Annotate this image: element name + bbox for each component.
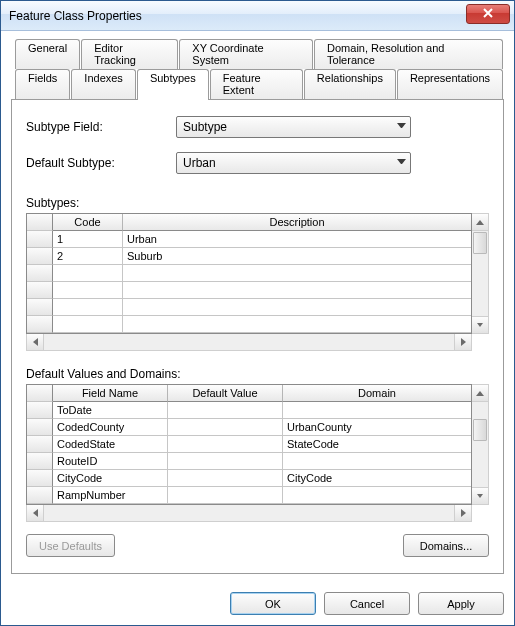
default-subtype-dropdown[interactable]: Urban [176,152,411,174]
cell-domain[interactable]: UrbanCounty [283,419,471,436]
dvd-grid-body: ToDate CodedCounty UrbanCounty [27,402,471,504]
subtypes-horizontal-scrollbar[interactable] [26,334,472,351]
cell-default-value[interactable] [168,436,283,453]
cell-code[interactable]: 2 [53,248,123,265]
scroll-up-arrow[interactable] [472,214,488,231]
cell-code[interactable] [53,299,123,316]
cell-description[interactable] [123,299,471,316]
table-row[interactable]: RampNumber [27,487,471,504]
row-handle[interactable] [27,419,53,436]
scroll-down-arrow[interactable] [472,487,488,504]
cell-default-value[interactable] [168,470,283,487]
scroll-right-arrow[interactable] [454,334,471,350]
scroll-track[interactable] [44,334,454,350]
dvd-horizontal-scrollbar[interactable] [26,505,472,522]
title-bar[interactable]: Feature Class Properties [1,1,514,31]
domains-button[interactable]: Domains... [403,534,489,557]
row-handle[interactable] [27,299,53,316]
row-handle[interactable] [27,487,53,504]
scroll-down-arrow[interactable] [472,316,488,333]
tab-subtypes[interactable]: Subtypes [137,69,209,100]
tab-general[interactable]: General [15,39,80,69]
cell-domain[interactable] [283,487,471,504]
cell-field-name[interactable]: CodedCounty [53,419,168,436]
cell-field-name[interactable]: RampNumber [53,487,168,504]
cell-description[interactable]: Suburb [123,248,471,265]
apply-button[interactable]: Apply [418,592,504,615]
cancel-button[interactable]: Cancel [324,592,410,615]
cell-description[interactable] [123,316,471,333]
row-handle[interactable] [27,316,53,333]
scroll-thumb[interactable] [473,419,487,441]
cell-code[interactable] [53,265,123,282]
row-handle[interactable] [27,282,53,299]
table-row[interactable]: 2 Suburb [27,248,471,265]
row-handle[interactable] [27,265,53,282]
tab-fields[interactable]: Fields [15,69,70,99]
row-handle[interactable] [27,402,53,419]
scroll-up-arrow[interactable] [472,385,488,402]
dvd-grid[interactable]: Field Name Default Value Domain ToDate [26,384,472,505]
arrow-up-icon [476,220,484,225]
table-row[interactable] [27,265,471,282]
col-header-description[interactable]: Description [123,214,471,231]
col-header-code[interactable]: Code [53,214,123,231]
cell-default-value[interactable] [168,419,283,436]
cell-field-name[interactable]: ToDate [53,402,168,419]
tab-domain-resolution-tolerance[interactable]: Domain, Resolution and Tolerance [314,39,503,69]
row-handle[interactable] [27,248,53,265]
row-handle[interactable] [27,470,53,487]
scroll-right-arrow[interactable] [454,505,471,521]
table-row[interactable]: CityCode CityCode [27,470,471,487]
cell-domain[interactable]: CityCode [283,470,471,487]
scroll-left-arrow[interactable] [27,334,44,350]
tab-xy-coordinate-system[interactable]: XY Coordinate System [179,39,313,69]
cell-field-name[interactable]: CodedState [53,436,168,453]
tab-indexes[interactable]: Indexes [71,69,136,99]
row-handle[interactable] [27,231,53,248]
tab-relationships[interactable]: Relationships [304,69,396,99]
table-row[interactable]: CodedCounty UrbanCounty [27,419,471,436]
cell-default-value[interactable] [168,402,283,419]
tab-feature-extent[interactable]: Feature Extent [210,69,303,99]
cell-field-name[interactable]: CityCode [53,470,168,487]
col-header-domain[interactable]: Domain [283,385,471,402]
col-header-default-value[interactable]: Default Value [168,385,283,402]
subtype-field-dropdown[interactable]: Subtype [176,116,411,138]
table-row[interactable]: CodedState StateCode [27,436,471,453]
cell-domain[interactable] [283,402,471,419]
col-header-field-name[interactable]: Field Name [53,385,168,402]
cell-description[interactable] [123,265,471,282]
scroll-thumb[interactable] [473,232,487,254]
cell-field-name[interactable]: RouteID [53,453,168,470]
table-row[interactable]: 1 Urban [27,231,471,248]
cell-code[interactable]: 1 [53,231,123,248]
cell-default-value[interactable] [168,487,283,504]
table-row[interactable]: ToDate [27,402,471,419]
cell-description[interactable] [123,282,471,299]
tab-representations[interactable]: Representations [397,69,503,99]
cell-default-value[interactable] [168,453,283,470]
close-button[interactable] [466,4,510,24]
cell-code[interactable] [53,282,123,299]
subtype-field-row: Subtype Field: Subtype [26,116,489,138]
cell-description[interactable]: Urban [123,231,471,248]
row-handle[interactable] [27,453,53,470]
dvd-vertical-scrollbar[interactable] [472,384,489,505]
cell-domain[interactable] [283,453,471,470]
ok-button[interactable]: OK [230,592,316,615]
tab-editor-tracking[interactable]: Editor Tracking [81,39,178,69]
subtypes-grid[interactable]: Code Description 1 Urban 2 Suburb [26,213,472,334]
scroll-left-arrow[interactable] [27,505,44,521]
table-row[interactable] [27,316,471,333]
cell-code[interactable] [53,316,123,333]
default-subtype-label: Default Subtype: [26,156,176,170]
use-defaults-button[interactable]: Use Defaults [26,534,115,557]
cell-domain[interactable]: StateCode [283,436,471,453]
table-row[interactable] [27,299,471,316]
scroll-track[interactable] [44,505,454,521]
table-row[interactable]: RouteID [27,453,471,470]
table-row[interactable] [27,282,471,299]
row-handle[interactable] [27,436,53,453]
subtypes-vertical-scrollbar[interactable] [472,213,489,334]
